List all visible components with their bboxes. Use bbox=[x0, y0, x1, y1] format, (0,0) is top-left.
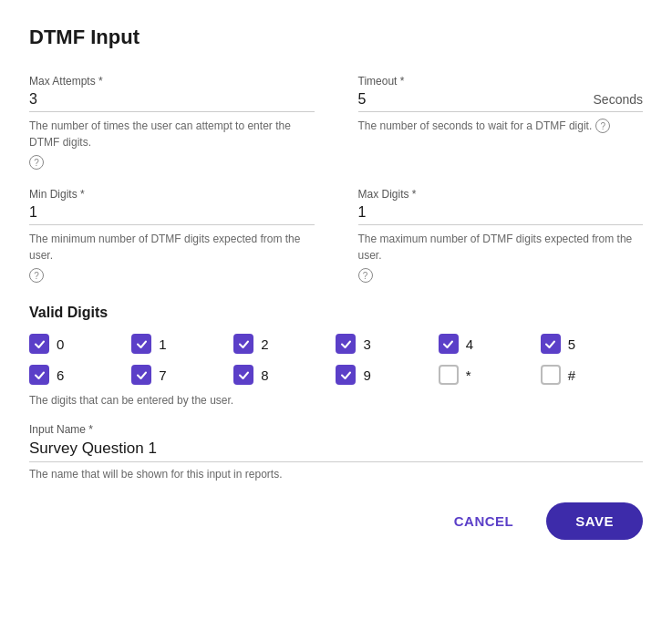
max-digits-help: The maximum number of DTMF digits expect… bbox=[358, 231, 644, 283]
digit-item-*: * bbox=[439, 365, 541, 385]
valid-digits-section: Valid Digits 0 1 2 3 4 5 6 7 8 9*# The d… bbox=[29, 305, 643, 407]
digit-checkbox-6[interactable] bbox=[29, 365, 49, 385]
digit-item-1: 1 bbox=[131, 334, 233, 354]
max-attempts-help: The number of times the user can attempt… bbox=[29, 118, 315, 170]
digits-help: The digits that can be entered by the us… bbox=[29, 394, 643, 407]
max-attempts-label: Max Attempts * bbox=[29, 75, 315, 88]
digit-item-7: 7 bbox=[131, 365, 233, 385]
digit-item-5: 5 bbox=[541, 334, 643, 354]
min-digits-value: 1 bbox=[29, 204, 315, 221]
digit-item-0: 0 bbox=[29, 334, 131, 354]
max-attempts-help-text: The number of times the user can attempt… bbox=[29, 118, 315, 150]
digit-label-0: 0 bbox=[57, 336, 64, 352]
timeout-value: 5 bbox=[358, 91, 586, 108]
max-attempts-row: 3 bbox=[29, 91, 315, 112]
digit-item-3: 3 bbox=[336, 334, 438, 354]
digit-label-9: 9 bbox=[363, 367, 370, 383]
footer: CANCEL SAVE bbox=[29, 502, 643, 540]
digit-checkbox-9[interactable] bbox=[336, 365, 356, 385]
form-grid: Max Attempts * 3 The number of times the… bbox=[29, 75, 643, 301]
digit-label-4: 4 bbox=[466, 336, 473, 352]
digit-checkbox-5[interactable] bbox=[541, 334, 561, 354]
digit-checkbox-*[interactable] bbox=[439, 365, 459, 385]
digit-label-7: 7 bbox=[159, 367, 166, 383]
cancel-button[interactable]: CANCEL bbox=[436, 502, 532, 540]
min-digits-help: The minimum number of DTMF digits expect… bbox=[29, 231, 315, 283]
page-title: DTMF Input bbox=[29, 26, 643, 49]
max-attempts-value: 3 bbox=[29, 91, 315, 108]
digit-item-6: 6 bbox=[29, 365, 131, 385]
timeout-help-icon[interactable]: ? bbox=[595, 119, 610, 133]
min-digits-field: Min Digits * 1 The minimum number of DTM… bbox=[29, 188, 315, 283]
digit-item-9: 9 bbox=[336, 365, 438, 385]
input-name-section: Input Name * Survey Question 1 The name … bbox=[29, 423, 643, 481]
timeout-row: 5 Seconds bbox=[358, 91, 644, 112]
digits-grid: 0 1 2 3 4 5 6 7 8 9*# bbox=[29, 334, 643, 385]
digit-label-1: 1 bbox=[159, 336, 166, 352]
digit-item-8: 8 bbox=[233, 365, 336, 385]
min-digits-help-icon[interactable]: ? bbox=[29, 268, 44, 283]
digit-label-#: # bbox=[568, 367, 575, 383]
min-digits-label: Min Digits * bbox=[29, 188, 315, 201]
min-digits-row: 1 bbox=[29, 204, 315, 225]
max-digits-field: Max Digits * 1 The maximum number of DTM… bbox=[358, 188, 644, 283]
save-button[interactable]: SAVE bbox=[546, 502, 643, 540]
max-attempts-field: Max Attempts * 3 The number of times the… bbox=[29, 75, 315, 170]
digit-checkbox-8[interactable] bbox=[233, 365, 253, 385]
digit-checkbox-1[interactable] bbox=[131, 334, 151, 354]
digit-checkbox-#[interactable] bbox=[541, 365, 561, 385]
digit-label-8: 8 bbox=[261, 367, 268, 383]
max-digits-row: 1 bbox=[358, 204, 644, 225]
input-name-label: Input Name * bbox=[29, 423, 643, 436]
min-digits-help-text: The minimum number of DTMF digits expect… bbox=[29, 231, 315, 264]
digit-checkbox-7[interactable] bbox=[131, 365, 151, 385]
max-digits-help-text: The maximum number of DTMF digits expect… bbox=[358, 231, 644, 264]
digit-label-3: 3 bbox=[363, 336, 370, 352]
digit-checkbox-2[interactable] bbox=[233, 334, 253, 354]
digit-checkbox-3[interactable] bbox=[336, 334, 356, 354]
timeout-help: The number of seconds to wait for a DTMF… bbox=[358, 118, 644, 134]
digit-item-2: 2 bbox=[233, 334, 336, 354]
timeout-field: Timeout * 5 Seconds The number of second… bbox=[358, 75, 644, 170]
timeout-unit: Seconds bbox=[594, 92, 643, 107]
digit-item-4: 4 bbox=[439, 334, 541, 354]
input-name-help: The name that will be shown for this inp… bbox=[29, 468, 643, 481]
input-name-value: Survey Question 1 bbox=[29, 440, 643, 462]
digit-checkbox-0[interactable] bbox=[29, 334, 49, 354]
digit-checkbox-4[interactable] bbox=[439, 334, 459, 354]
digit-item-#: # bbox=[541, 365, 643, 385]
dtmf-input-form: DTMF Input Max Attempts * 3 The number o… bbox=[0, 0, 672, 562]
valid-digits-title: Valid Digits bbox=[29, 305, 643, 321]
digit-label-6: 6 bbox=[57, 367, 64, 383]
timeout-label: Timeout * bbox=[358, 75, 644, 88]
digit-label-5: 5 bbox=[568, 336, 575, 352]
max-digits-value: 1 bbox=[358, 204, 644, 221]
digit-label-*: * bbox=[466, 367, 471, 383]
max-digits-label: Max Digits * bbox=[358, 188, 644, 201]
max-digits-help-icon[interactable]: ? bbox=[358, 268, 373, 283]
digit-label-2: 2 bbox=[261, 336, 268, 352]
timeout-help-text: The number of seconds to wait for a DTMF… bbox=[358, 118, 593, 134]
max-attempts-help-icon[interactable]: ? bbox=[29, 155, 44, 170]
